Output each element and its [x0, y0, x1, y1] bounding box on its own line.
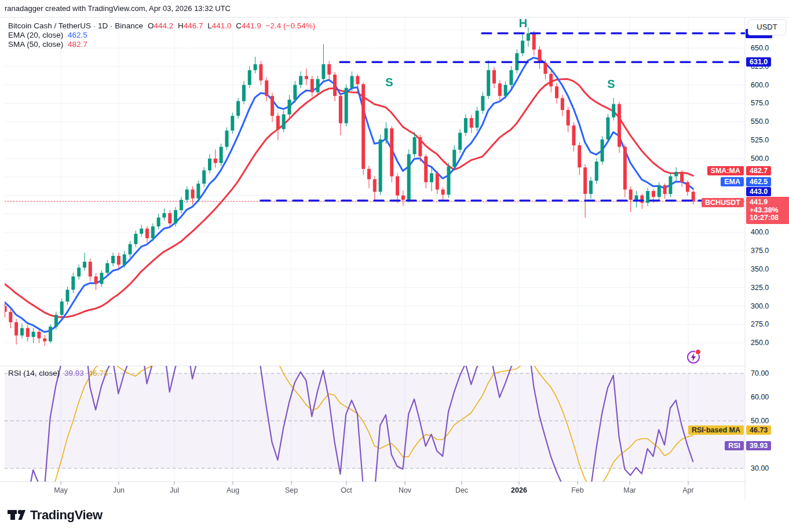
rsi-tick-50.00: 50.00: [751, 416, 769, 425]
rsi-tick-70.00: 70.00: [751, 369, 769, 378]
time-axis-label-Mar: Mar: [623, 482, 636, 499]
level-631-price-label[interactable]: 631.0: [746, 57, 771, 67]
rsi-ma-value: 46.73: [89, 369, 108, 377]
sma-price-label: 482.7: [746, 166, 771, 175]
right-shoulder-annotation[interactable]: S: [607, 78, 615, 91]
price-tick-575.0: 575.0: [751, 98, 769, 108]
time-axis[interactable]: MayJunJulAugSepOctNovDec2026FebMarApr: [0, 482, 789, 499]
open-label: O: [148, 21, 154, 30]
level-443-price-label[interactable]: 443.0: [746, 187, 771, 196]
tradingview-chart-window: { "attribution": "ranadagger created wit…: [0, 0, 789, 532]
left-shoulder-annotation[interactable]: S: [385, 76, 393, 89]
price-axis[interactable]: USDT 650.0625.0600.0575.0550.0525.0500.0…: [746, 18, 789, 499]
time-axis-label-Jul: Jul: [170, 482, 179, 499]
time-axis-label-May: May: [54, 482, 68, 499]
notification-dot: [695, 349, 701, 355]
rsi-tick-30.00: 30.00: [751, 464, 769, 473]
tradingview-logo[interactable]: TradingView: [8, 507, 103, 523]
low-label: L: [207, 21, 212, 30]
attribution-text: ranadagger created with TradingView.com,…: [5, 4, 231, 13]
time-axis-label-Oct: Oct: [341, 482, 352, 499]
ema-name-tag: EMA: [721, 177, 744, 186]
countdown-timer: 10:27:08: [750, 214, 789, 222]
rsi-label: RSI (14, close): [8, 369, 60, 377]
symbol-title: Bitcoin Cash / TetherUS · 1D · Binance: [8, 21, 143, 30]
change-percent-value: +43.38%: [750, 207, 789, 214]
last-price-label: 441.9 +43.38% 10:27:08: [746, 197, 789, 224]
time-axis-label-Aug: Aug: [227, 482, 239, 499]
price-tick-325.0: 325.0: [751, 283, 769, 292]
ema-price-label: 462.5: [746, 177, 771, 186]
price-tick-250.0: 250.0: [751, 338, 769, 347]
time-axis-label-2026: 2026: [511, 482, 527, 499]
high-value: 446.7: [184, 21, 203, 30]
time-axis-label-Sep: Sep: [285, 482, 298, 499]
tradingview-logo-icon: [8, 507, 25, 523]
rsi-legend-row[interactable]: RSI (14, close) 39.93 46.73: [8, 369, 110, 377]
price-chart-canvas[interactable]: [0, 0, 789, 532]
rsi-value: 39.93: [64, 369, 84, 377]
sma-label: SMA (50, close): [8, 40, 63, 49]
price-tick-350.0: 350.0: [751, 265, 769, 274]
sma-legend-row[interactable]: SMA (50, close) 482.7: [8, 40, 90, 49]
rsi-tick-60.00: 60.00: [751, 392, 769, 402]
symbol-legend-row[interactable]: Bitcoin Cash / TetherUS · 1D · Binance O…: [8, 21, 317, 30]
change-value: −2.4 (−0.54%): [266, 21, 316, 30]
ema-value: 462.5: [68, 31, 87, 39]
symbol-name-tag: BCHUSDT: [702, 198, 744, 207]
rsi-ma-value-label: 46.73: [746, 425, 771, 435]
price-tick-600.0: 600.0: [751, 80, 769, 90]
price-tick-275.0: 275.0: [751, 320, 769, 329]
high-label: H: [178, 21, 184, 30]
price-tick-650.0: 650.0: [751, 43, 769, 53]
ema-label: EMA (20, close): [8, 31, 63, 39]
price-tick-550.0: 550.0: [751, 117, 769, 126]
price-tick-525.0: 525.0: [751, 135, 769, 145]
price-tick-500.0: 500.0: [751, 154, 769, 163]
time-axis-label-Feb: Feb: [571, 482, 584, 499]
time-axis-label-Dec: Dec: [455, 482, 468, 499]
time-axis-label-Apr: Apr: [682, 482, 693, 499]
price-tick-400.0: 400.0: [751, 228, 769, 237]
head-annotation[interactable]: H: [519, 17, 527, 30]
close-label: C: [236, 21, 242, 30]
rsi-value-label: 39.93: [746, 441, 771, 450]
sma-value: 482.7: [68, 40, 87, 49]
price-tick-300.0: 300.0: [751, 302, 769, 311]
sma-name-tag: SMA:MA: [707, 166, 744, 175]
tradingview-logo-text: TradingView: [30, 508, 103, 523]
last-price-value: 441.9: [750, 199, 789, 206]
rsi-name-tag: RSI: [725, 441, 744, 450]
rsi-ma-name-tag: RSI-based MA: [688, 425, 744, 435]
price-tick-375.0: 375.0: [751, 246, 769, 255]
low-value: 441.0: [212, 21, 232, 30]
ema-legend-row[interactable]: EMA (20, close) 462.5: [8, 31, 90, 39]
boost-lightning-icon[interactable]: [686, 350, 700, 364]
time-axis-label-Nov: Nov: [399, 482, 411, 499]
close-value: 441.9: [242, 21, 261, 30]
open-value: 444.2: [154, 21, 173, 30]
currency-toggle-button[interactable]: USDT: [748, 19, 786, 35]
time-axis-label-Jun: Jun: [113, 482, 125, 499]
